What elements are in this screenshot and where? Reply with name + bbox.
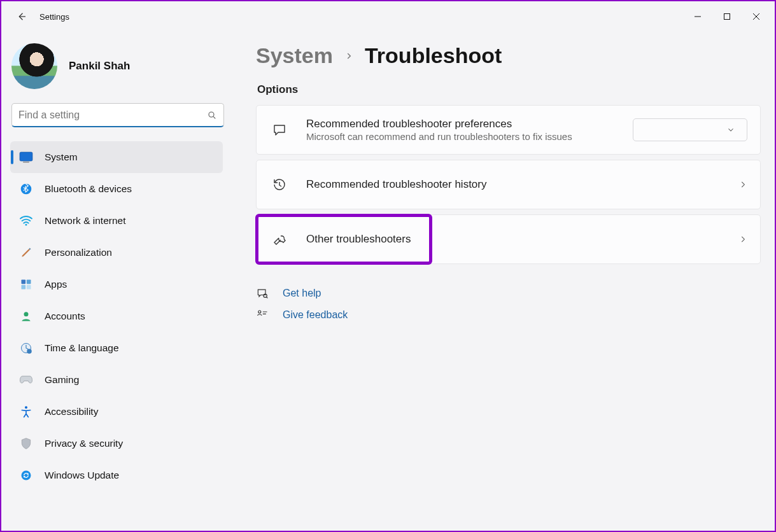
sidebar-item-label: Personalization [45,247,112,258]
user-row[interactable]: Pankil Shah [10,37,237,101]
svg-rect-9 [27,285,31,290]
sidebar-item-label: Privacy & security [45,438,123,449]
sidebar-item-label: Accessibility [45,406,98,417]
sidebar-item-privacy[interactable]: Privacy & security [10,428,223,459]
sidebar: Pankil Shah System [1,32,237,531]
sidebar-item-apps[interactable]: Apps [10,269,223,300]
person-icon [19,309,33,323]
history-icon [271,176,288,193]
bluetooth-icon [19,182,33,196]
sidebar-item-label: Bluetooth & devices [45,183,132,195]
sidebar-item-label: Time & language [45,342,119,354]
svg-point-12 [27,349,32,354]
sidebar-item-time-language[interactable]: Time & language [10,332,223,364]
help-links: Get help Give feedback [256,269,761,321]
card-title: Recommended troubleshooter preferences [306,118,633,130]
sidebar-item-label: Network & internet [45,215,126,227]
section-options-label: Options [256,80,761,105]
sidebar-item-label: Gaming [45,374,79,386]
main-content: System Troubleshoot Options Recommended … [237,32,775,531]
update-icon [19,468,33,482]
titlebar: Settings [1,1,775,32]
sidebar-item-windows-update[interactable]: Windows Update [10,459,223,491]
window-title: Settings [39,12,69,22]
preferences-dropdown[interactable] [633,118,747,141]
search-box[interactable] [11,103,224,127]
breadcrumb-current: Troubleshoot [365,43,502,68]
maximize-button[interactable] [712,6,742,27]
card-recommended-preferences[interactable]: Recommended troubleshooter preferences M… [256,105,761,155]
chevron-right-icon [738,180,747,189]
gamepad-icon [19,373,33,387]
feedback-link-text: Give feedback [283,309,348,321]
sidebar-item-accessibility[interactable]: Accessibility [10,396,223,428]
card-subtitle: Microsoft can recommend and run troubles… [306,131,633,142]
chevron-right-icon [344,52,353,60]
accessibility-icon [19,405,33,419]
wifi-icon [19,214,33,228]
system-icon [19,150,33,164]
search-icon [207,110,217,120]
svg-point-14 [22,471,31,480]
sidebar-item-label: Apps [45,279,67,290]
settings-window: Settings Pankil Shah [0,0,776,532]
svg-point-1 [209,112,214,117]
card-recommended-history[interactable]: Recommended troubleshooter history [256,160,761,209]
apps-icon [19,277,33,291]
svg-rect-2 [20,152,32,161]
help-link-text: Get help [283,288,321,299]
avatar [11,43,57,89]
close-icon [752,13,760,20]
user-name: Pankil Shah [69,60,130,73]
svg-point-4 [21,184,32,195]
give-feedback-link[interactable]: Give feedback [256,309,761,321]
chevron-down-icon [726,125,735,134]
chat-bubble-icon [271,121,288,139]
window-controls [683,6,771,27]
sidebar-item-accounts[interactable]: Accounts [10,300,223,332]
shield-icon [19,437,33,451]
svg-point-10 [24,312,29,316]
sidebar-item-system[interactable]: System [10,141,223,173]
sidebar-nav: System Bluetooth & devices Network & int… [10,135,237,491]
svg-point-13 [25,406,27,409]
close-button[interactable] [742,6,771,27]
card-title: Recommended troubleshooter history [306,178,738,191]
breadcrumb: System Troubleshoot [256,43,761,80]
paintbrush-icon [19,246,33,260]
svg-rect-8 [22,285,26,290]
card-other-troubleshooters[interactable]: Other troubleshooters [256,214,761,264]
svg-rect-0 [724,14,730,20]
get-help-link[interactable]: Get help [256,287,761,300]
clock-globe-icon [19,341,33,355]
card-title: Other troubleshooters [306,233,738,246]
chevron-right-icon [738,235,747,244]
minimize-button[interactable] [683,6,712,27]
back-button[interactable] [10,5,33,28]
svg-point-5 [25,224,27,226]
search-input[interactable] [18,109,207,121]
help-icon [256,287,269,300]
sidebar-item-personalization[interactable]: Personalization [10,237,223,269]
sidebar-item-network[interactable]: Network & internet [10,205,223,237]
sidebar-item-gaming[interactable]: Gaming [10,364,223,396]
wrench-icon [271,230,288,248]
sidebar-item-label: Accounts [45,311,85,322]
svg-point-16 [258,311,261,313]
svg-rect-7 [27,280,31,284]
maximize-icon [723,13,731,20]
sidebar-item-bluetooth[interactable]: Bluetooth & devices [10,173,223,205]
sidebar-item-label: System [45,151,78,163]
sidebar-item-label: Windows Update [45,470,119,481]
svg-rect-3 [23,162,29,162]
feedback-icon [256,309,269,321]
breadcrumb-parent[interactable]: System [256,43,333,68]
svg-rect-6 [22,280,26,284]
arrow-left-icon [16,11,27,22]
minimize-icon [694,13,702,20]
